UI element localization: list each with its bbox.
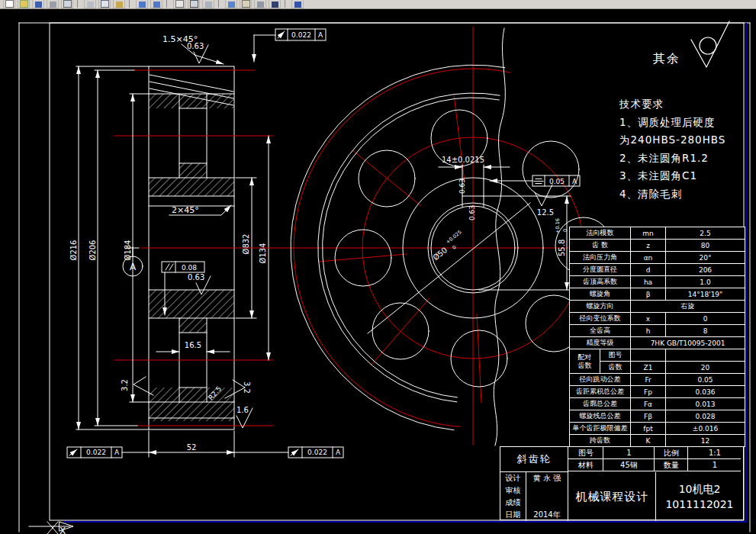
- param-label: 齿距累积总公差: [570, 386, 631, 397]
- tech-req-line: 2、未注圆角R1.2: [619, 150, 753, 168]
- runout-value: 0.022: [291, 31, 311, 39]
- runout-value: 0.022: [307, 449, 327, 456]
- tech-req-line: 4、清除毛刺: [619, 185, 753, 204]
- dim-web: 16.5: [185, 341, 201, 349]
- param-value: 0: [666, 313, 745, 324]
- grade-value: [526, 497, 568, 509]
- dim-d216: Ø216: [69, 240, 78, 261]
- roughness-063-bore-front: 0.63: [468, 205, 476, 220]
- dim-d83: Ø832: [242, 234, 250, 255]
- param-symbol: fpt: [631, 423, 666, 434]
- param-label: 齿顶高系数: [570, 276, 631, 288]
- param-sub-label: 图号: [600, 349, 631, 361]
- title-block: 斜齿轮 图号 1 比例 1:1 材料 45钢 数量 1 设计黄 永 强 审: [500, 446, 744, 520]
- dim-d184: Ø184: [124, 240, 132, 261]
- param-symbol: x: [631, 313, 666, 324]
- param-value: 12: [666, 435, 745, 446]
- param-symbol: αn: [631, 252, 666, 263]
- param-symbol: ha: [631, 276, 666, 288]
- tech-req-title: 技术要求: [619, 95, 753, 114]
- scale-value: 1:1: [688, 447, 741, 459]
- param-value: 80: [666, 240, 745, 251]
- param-label: 法向模数: [570, 227, 631, 239]
- param-value: 8: [666, 325, 745, 336]
- param-group-label: 配对 齿数: [570, 349, 600, 373]
- part-name: 斜齿轮: [500, 447, 568, 472]
- param-value: 1.0: [666, 276, 745, 288]
- material-label: 材料: [568, 459, 603, 471]
- front-centerlines: [141, 27, 584, 445]
- class-info: 10机电2 1011112021: [656, 472, 743, 521]
- roughness-check-icon: [535, 185, 552, 206]
- default-roughness-label: 其余: [653, 51, 680, 66]
- break-line: [494, 28, 505, 446]
- runout-value: 0.022: [86, 449, 106, 456]
- dim-chamfer-bore: 2×45°: [172, 205, 199, 215]
- param-label: 径向跳动公差: [570, 374, 631, 385]
- runout-datum: A: [336, 449, 341, 456]
- param-symbol: Fα: [631, 398, 666, 410]
- param-label: 单个齿距极限偏差: [570, 423, 631, 434]
- param-symbol: [631, 349, 666, 361]
- mating-gear-rows: 配对 齿数 图号 齿数Z120: [570, 349, 745, 374]
- param-label: 精度等级: [570, 337, 631, 349]
- param-symbol: d: [631, 264, 666, 275]
- param-label: 跨齿数: [570, 435, 631, 446]
- roughness-063-bore: 0.63: [188, 273, 204, 281]
- tech-req-line: 1、调质处理后硬度: [619, 114, 753, 132]
- param-value: 2.5: [666, 227, 745, 239]
- checker-label: 审核: [500, 484, 526, 497]
- param-symbol: mn: [631, 227, 666, 239]
- svg-text:0: 0: [562, 229, 568, 232]
- param-value: 0.05: [666, 374, 745, 385]
- param-label: 螺旋角: [570, 288, 631, 300]
- param-label: 螺旋线总公差: [570, 410, 631, 422]
- param-value: [666, 349, 745, 361]
- param-value: 0.028: [666, 410, 745, 422]
- technical-requirements: 技术要求 1、调质处理后硬度 为240HBS-280HBS 2、未注圆角R1.2…: [619, 95, 753, 203]
- param-label: 齿 数: [570, 240, 631, 251]
- dim-bore: Ø50 +0.025 0: [429, 229, 468, 264]
- param-label: 法向压力角: [570, 252, 631, 263]
- param-symbol: K: [631, 435, 666, 446]
- param-sub-label: 齿数: [600, 362, 631, 373]
- param-symbol: Fr: [631, 374, 666, 385]
- param-label: 径向变位系数: [570, 313, 631, 324]
- svg-text:+0.16: +0.16: [555, 218, 561, 233]
- param-value: ±0.016: [666, 423, 745, 434]
- drawing-no-label: 图号: [568, 447, 603, 459]
- param-symbol: h: [631, 325, 666, 336]
- gear-parameter-table: 法向模数mn2.5 齿 数z80 法向压力角αn20° 分度圆直径d206 齿顶…: [569, 227, 745, 447]
- param-label: 螺旋方向: [570, 301, 631, 312]
- roughness-063-keyway: 0.63: [458, 179, 466, 194]
- checker-name: [526, 484, 568, 497]
- svg-text:0: 0: [451, 244, 457, 251]
- grade-label: 成绩: [500, 497, 526, 509]
- param-value: 20: [666, 362, 745, 373]
- ucs-icon: [29, 522, 73, 534]
- drawing-no: 1: [603, 447, 655, 459]
- param-label: 全齿高: [570, 325, 631, 336]
- datum-a-label: A: [130, 262, 137, 272]
- param-label: 分度圆直径: [570, 264, 631, 275]
- course-title: 机械课程设计: [569, 472, 656, 521]
- param-value: 0.036: [666, 386, 745, 397]
- ucs-x-label: X: [60, 526, 66, 534]
- designer-label: 设计: [500, 472, 526, 484]
- dim-width-52: 52: [187, 443, 197, 452]
- param-symbol: Fp: [631, 386, 666, 397]
- date-value: 2014年: [526, 509, 568, 521]
- material-value: 45钢: [603, 459, 655, 471]
- param-value: 206: [666, 264, 745, 275]
- svg-text:55.8: 55.8: [558, 240, 566, 256]
- tech-req-line: 为240HBS-280HBS: [619, 131, 753, 150]
- param-value: 7HK GB/T10095-2001: [631, 337, 745, 349]
- gear-front-view: [141, 27, 612, 446]
- section-hatch: [149, 94, 234, 421]
- param-value: 0.013: [666, 398, 745, 410]
- dim-d206: Ø206: [88, 240, 97, 261]
- roughness-063-top: 0.63: [187, 42, 204, 50]
- param-value: 14°18'19": [666, 288, 745, 300]
- param-value: 右旋: [631, 301, 745, 312]
- symmetry-value: 0.05: [549, 178, 565, 185]
